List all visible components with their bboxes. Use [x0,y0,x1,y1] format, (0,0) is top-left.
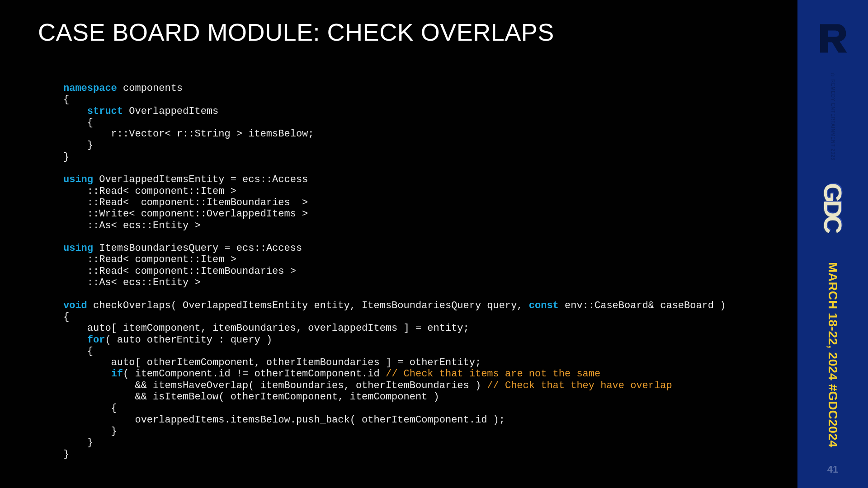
main-area: CASE BOARD MODULE: CHECK OVERLAPS namesp… [0,0,797,488]
code-text: auto[ otherItemComponent, otherItemBound… [63,357,481,368]
keyword: using [63,243,93,254]
copyright-text: © REMEDY ENTERTAINMENT 2023 [830,72,835,160]
remedy-logo-icon [817,23,849,54]
code-text: ::Write< component::OverlappedItems > [63,208,308,220]
code-text: ::Read< component::ItemBoundaries > [63,197,308,208]
code-text: r::Vector< r::String > itemsBelow; [63,128,314,140]
code-text: } [63,437,93,448]
slide-title: CASE BOARD MODULE: CHECK OVERLAPS [38,18,554,46]
event-dates: MARCH 18-22, 2024 [826,262,840,380]
code-text: ::As< ecs::Entity > [63,220,201,231]
sidebar: © REMEDY ENTERTAINMENT 2023 GDC MARCH 18… [797,0,868,488]
code-text: OverlappedItemsEntity = ecs::Access [93,174,308,185]
code-block: namespace components { struct Overlapped… [63,83,726,460]
code-text: } [63,426,117,437]
keyword: void [63,300,87,311]
code-text: && isItemBelow( otherItemComponent, item… [63,391,439,403]
code-text: ::As< ecs::Entity > [63,277,201,288]
code-text: ::Read< component::ItemBoundaries > [63,266,296,277]
code-text [63,368,111,380]
code-text: components [117,83,183,94]
gdc-logo-text: GDC [818,183,848,231]
code-text: { [63,311,69,323]
code-text: checkOverlaps( OverlappedItemsEntity ent… [87,300,529,311]
code-text: ItemsBoundariesQuery = ecs::Access [93,243,302,254]
code-text: auto[ itemComponent, itemBoundaries, ove… [63,323,469,334]
code-text [63,106,87,117]
code-text: { [63,117,93,128]
keyword: using [63,174,93,185]
keyword: if [111,368,123,380]
code-text: ( auto otherEntity : query ) [105,334,272,346]
code-text: ::Read< component::Item > [63,186,236,197]
code-text: OverlappedItems [123,106,218,117]
code-text [63,334,87,346]
code-text: overlappedItems.itemsBelow.push_back( ot… [63,414,505,426]
code-text: && itemsHaveOverlap( itemBoundaries, oth… [63,380,487,391]
keyword: struct [87,106,123,117]
code-text: } [63,449,69,460]
code-text: ::Read< component::Item > [63,254,236,265]
code-text: env::CaseBoard& caseBoard ) [559,300,726,311]
code-text: { [63,94,69,105]
comment: // Check that items are not the same [386,368,600,380]
comment: // Check that they have overlap [487,380,672,391]
code-text: ( itemComponent.id != otherItemComponent… [123,368,386,380]
code-text: { [63,346,93,357]
code-text: } [63,140,93,151]
keyword: const [529,300,559,311]
page-number: 41 [827,464,838,475]
slide: CASE BOARD MODULE: CHECK OVERLAPS namesp… [0,0,868,488]
keyword: namespace [63,83,117,94]
code-text: } [63,151,69,163]
keyword: for [87,334,105,346]
code-text: { [63,403,117,414]
event-hashtag: #GDC2024 [826,384,840,447]
